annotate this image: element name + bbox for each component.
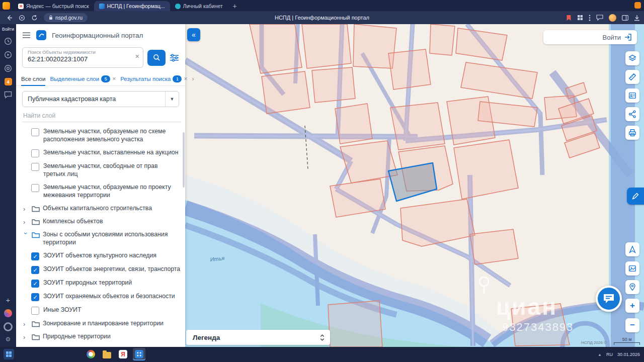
id-card-tool-button[interactable]: [625, 88, 639, 103]
chat-widget-button[interactable]: [596, 286, 622, 312]
search-button[interactable]: [147, 50, 166, 66]
layer-checkbox[interactable]: [31, 252, 39, 260]
chevron-icon[interactable]: ›: [23, 334, 29, 340]
panel-scrollbar[interactable]: [183, 132, 185, 188]
bookmark-icon[interactable]: [566, 15, 572, 21]
ring-icon[interactable]: [4, 322, 13, 331]
back-icon[interactable]: [6, 15, 13, 21]
sidebar-login-button[interactable]: Войти: [2, 27, 14, 32]
locate-tool-button[interactable]: [625, 242, 639, 256]
pin-tool-button[interactable]: [625, 280, 639, 294]
legend-expander-icon[interactable]: [319, 334, 325, 341]
tray-expand-icon[interactable]: ▲: [598, 352, 602, 357]
layer-item[interactable]: Земельные участки, свободные от прав тре…: [16, 160, 185, 181]
refresh-icon[interactable]: [31, 15, 38, 21]
find-layer-input[interactable]: [22, 111, 181, 122]
layer-checkbox[interactable]: [31, 307, 39, 315]
start-button[interactable]: [4, 349, 14, 359]
clear-icon[interactable]: ×: [135, 52, 139, 60]
close-icon[interactable]: ×: [184, 75, 187, 82]
map-login-bar[interactable]: Войти: [543, 30, 637, 44]
chevron-icon[interactable]: ›: [23, 232, 29, 238]
layer-item[interactable]: Земельные участки, выставленные на аукци…: [16, 146, 185, 160]
taskbar-browser-icon[interactable]: [85, 348, 97, 360]
taskbar-active-app-icon[interactable]: [133, 348, 145, 360]
tray-language[interactable]: RU: [606, 352, 613, 357]
menu-dots-icon[interactable]: [589, 15, 591, 21]
login-label: Войти: [603, 34, 621, 41]
draw-tool-button[interactable]: [627, 188, 644, 205]
layer-item[interactable]: Земельные участки, образуемые по схеме р…: [16, 125, 185, 146]
cadastral-map[interactable]: Итья циан 9327343893: [185, 24, 644, 347]
tab-all-layers[interactable]: Все слои: [21, 72, 45, 85]
chevron-icon[interactable]: ›: [23, 321, 29, 327]
layer-checkbox[interactable]: [31, 128, 39, 136]
layer-folder[interactable]: ›Природные территории: [16, 330, 185, 343]
layer-folder[interactable]: ›Зонирование и планирование территории: [16, 317, 185, 330]
mail-badge-icon[interactable]: 4: [5, 78, 12, 85]
taskbar-folder-icon[interactable]: [101, 348, 113, 360]
browser-logo-icon[interactable]: [3, 2, 10, 10]
close-icon[interactable]: ×: [112, 75, 116, 82]
layer-checkbox[interactable]: [31, 293, 39, 301]
sidebar-panels-icon[interactable]: [622, 15, 628, 21]
profile-avatar[interactable]: [609, 14, 616, 22]
more-tabs-icon[interactable]: ›: [192, 75, 194, 82]
browser-tab-yandex[interactable]: Я Яндекс — быстрый поиск: [13, 1, 94, 11]
search-input[interactable]: Поиск Объекты недвижимости 62:21:0020223…: [22, 47, 143, 68]
play-circle-icon[interactable]: [4, 51, 12, 59]
layer-item[interactable]: ЗОУИТ природных территорий: [16, 277, 185, 290]
print-tool-button[interactable]: [625, 126, 639, 140]
filter-icon[interactable]: [170, 54, 179, 62]
chevron-icon[interactable]: ›: [23, 206, 29, 212]
basemap-tool-button[interactable]: [625, 261, 639, 276]
legend-bar[interactable]: Легенда: [186, 330, 330, 345]
layer-folder[interactable]: ›Зоны с особыми условиями использования …: [16, 228, 185, 249]
layer-checkbox[interactable]: [31, 184, 39, 192]
extensions-icon[interactable]: [577, 15, 583, 21]
browser-side-strip: Войти 4 + ⚙: [0, 24, 16, 347]
layer-item[interactable]: ЗОУИТ охраняемых объектов и безопасности: [16, 290, 185, 304]
panel-collapse-button[interactable]: «: [187, 28, 200, 41]
taskbar-yandex-icon[interactable]: Я: [117, 348, 129, 360]
share-tool-button[interactable]: [625, 107, 639, 121]
browser-promo-icon[interactable]: [634, 2, 641, 9]
download-icon[interactable]: [634, 15, 640, 21]
tray-date[interactable]: 30.01.2026: [617, 352, 640, 357]
browser-tab-nspd[interactable]: НСПД | Геоинформац...: [94, 1, 170, 11]
layers-tool-button[interactable]: [625, 51, 639, 65]
chat-cloud-icon[interactable]: [596, 15, 603, 21]
layer-folder[interactable]: ›Объекты капитального строительства: [16, 202, 185, 215]
layer-item[interactable]: Земельные участки, образуемые по проекту…: [16, 181, 185, 202]
browser-tab-account[interactable]: Личный кабинет: [170, 1, 228, 11]
layer-checkbox[interactable]: [31, 280, 39, 288]
site-circle-icon[interactable]: [19, 15, 25, 21]
camera-circle-icon[interactable]: [4, 64, 12, 72]
tab-selected-layers[interactable]: Выделенные слои 5 ×: [50, 72, 116, 85]
hamburger-menu-icon[interactable]: [22, 32, 31, 39]
chevron-icon[interactable]: ›: [23, 219, 29, 225]
layer-checkbox[interactable]: [31, 266, 39, 274]
new-tab-button[interactable]: +: [233, 2, 237, 10]
layer-folder[interactable]: ›Комплексы объектов: [16, 215, 185, 228]
system-tray[interactable]: ▲ RU 30.01.2026: [598, 347, 640, 362]
sidebar-add-icon[interactable]: +: [6, 296, 11, 304]
layer-folder[interactable]: ›Зоны социального, экономического развит…: [16, 343, 185, 347]
messenger-icon[interactable]: [4, 91, 12, 99]
layer-item[interactable]: ЗОУИТ объектов культурного наследия: [16, 249, 185, 263]
zoom-in-button[interactable]: +: [625, 299, 639, 313]
url-bar[interactable]: nspd.gov.ru: [44, 13, 88, 22]
layer-checkbox[interactable]: [31, 163, 39, 171]
alisa-icon[interactable]: [4, 309, 12, 317]
settings-gear-icon[interactable]: ⚙: [6, 336, 11, 343]
layer-label: Земельные участки, образуемые по схеме р…: [43, 128, 181, 144]
map-select-dropdown[interactable]: Публичная кадастровая карта ▼: [22, 91, 179, 107]
history-clock-icon[interactable]: [4, 37, 12, 45]
layer-checkbox[interactable]: [31, 149, 39, 157]
ruler-tool-button[interactable]: [625, 70, 639, 84]
layer-item[interactable]: Иные ЗОУИТ: [16, 304, 185, 317]
portal-logo: [36, 30, 46, 40]
zoom-out-button[interactable]: −: [625, 318, 639, 332]
layer-item[interactable]: ЗОУИТ объектов энергетики, связи, трансп…: [16, 263, 185, 277]
tab-search-results[interactable]: Результаты поиска 1 ×: [120, 72, 187, 85]
